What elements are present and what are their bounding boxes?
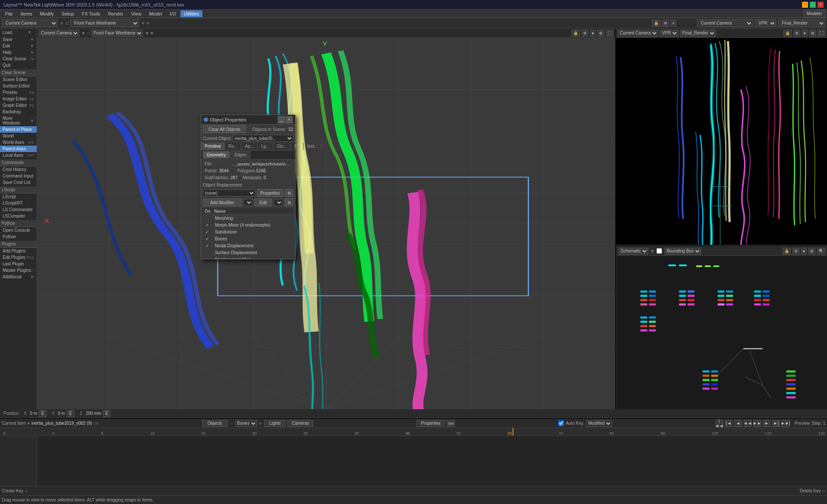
props-settings-btn[interactable]: ⚙: [285, 189, 293, 197]
render-final-select[interactable]: Final_Render: [680, 30, 716, 37]
subtab-geometry[interactable]: Geometry: [203, 151, 230, 159]
sidebar-item-surfaceeditor[interactable]: Surface Editor: [0, 83, 37, 89]
sidebar-item-lscriptrt[interactable]: LScript/RT: [0, 200, 37, 206]
vp-settings-btn[interactable]: ⚙: [662, 20, 669, 27]
menu-render[interactable]: Render: [104, 10, 127, 17]
vp-lock-btn[interactable]: 🔒: [652, 20, 660, 27]
play-reverse-btn[interactable]: ◄◄: [744, 420, 752, 427]
vp-more-btn[interactable]: ≡: [671, 20, 676, 27]
current-object-select[interactable]: inertia_plus_tube20...: [233, 135, 293, 142]
render-fullscreen-btn[interactable]: ⛶: [818, 30, 825, 37]
sidebar-item-imageeditor[interactable]: Image EditorF6: [0, 96, 37, 102]
sidebar-item-cmdhistory[interactable]: Cmd History: [0, 166, 37, 173]
menu-fxtools[interactable]: FX Tools: [78, 10, 104, 17]
subtab-edges[interactable]: Edges: [230, 151, 250, 159]
sidebar-item-localaxes[interactable]: Local Axes+F7: [0, 152, 37, 159]
bounding-box-select[interactable]: Bounding Box: [665, 248, 701, 255]
modeler-btn[interactable]: Modeler: [804, 10, 825, 18]
sidebar-item-grapheditor[interactable]: Graph EditorF2: [0, 102, 37, 109]
menu-file[interactable]: File: [2, 10, 16, 17]
sidebar-item-load[interactable]: Load ▼: [0, 28, 37, 36]
sidebar-item-masterplugins[interactable]: Master Plugins°: [0, 267, 37, 274]
sidebar-item-quit[interactable]: Quit: [0, 62, 37, 68]
menu-io[interactable]: I/O: [166, 10, 180, 17]
render-output-select[interactable]: Final_Render: [778, 19, 825, 27]
replacement-select[interactable]: (none): [203, 190, 255, 196]
skip-start-btn[interactable]: |◄◄: [715, 420, 723, 427]
schem-more-btn[interactable]: ●: [801, 248, 807, 255]
schem-settings-btn[interactable]: ⚙: [793, 248, 799, 255]
render-camera-select2[interactable]: Current Camera: [618, 30, 658, 37]
sidebar-item-sceneeditor[interactable]: Scene Editor: [0, 76, 37, 83]
sidebar-item-edit[interactable]: Edit ▼: [0, 43, 37, 49]
viewport-main[interactable]: Current Camera ▼ □ Front Face Wireframe …: [37, 28, 616, 409]
schem-zoom-btn[interactable]: ⊞: [808, 248, 815, 255]
track-area[interactable]: [37, 436, 827, 486]
modifier-settings-btn[interactable]: ⚙: [285, 199, 293, 206]
sidebar-item-addplugins[interactable]: Add Plugins: [0, 248, 37, 254]
dialog-close-btn[interactable]: ×: [286, 116, 292, 123]
maximize-btn[interactable]: □: [810, 2, 816, 8]
bones-select[interactable]: Bones: [235, 420, 257, 427]
sidebar-item-openconsole[interactable]: Open Console: [0, 227, 37, 233]
sidebar-item-savecmdlist[interactable]: Save Cmd List: [0, 179, 37, 186]
sidebar-item-save[interactable]: Save ▼: [0, 36, 37, 43]
bounding-box-check[interactable]: [656, 248, 662, 254]
sidebar-item-help[interactable]: Help ▼: [0, 49, 37, 56]
add-modifier-select[interactable]: [243, 199, 253, 206]
schem-search-btn[interactable]: 🔍: [817, 248, 825, 255]
viewport-schematic[interactable]: Schematic ▼ Bounding Box 🔒 ⚙ ● ⊞ 🔍: [616, 246, 827, 409]
schematic-mode-select[interactable]: Schematic: [619, 248, 648, 255]
lights-btn[interactable]: Lights: [264, 420, 286, 427]
viewport-canvas[interactable]: X Y: [37, 38, 615, 409]
menu-utilities[interactable]: Utilities: [180, 10, 202, 17]
autokey-check[interactable]: [558, 420, 564, 426]
tab-fx[interactable]: FX: [291, 143, 304, 150]
render-mode-select[interactable]: VPR: [755, 19, 776, 27]
main-vp-settings[interactable]: ⚙: [581, 30, 588, 37]
dialog-minimize-btn[interactable]: _: [278, 116, 285, 123]
tab-re[interactable]: Re...: [225, 143, 241, 150]
next-frame-btn[interactable]: ►: [763, 420, 771, 427]
sidebar-item-lscript[interactable]: LScript: [0, 193, 37, 200]
tab-ap[interactable]: Ap...: [241, 143, 258, 150]
render-lock-btn[interactable]: 🔒: [783, 30, 792, 37]
properties-btn[interactable]: Properties: [257, 189, 283, 197]
dialog-titlebar[interactable]: Object Properties _ ×: [201, 115, 295, 124]
play-btn[interactable]: ►►: [753, 420, 761, 427]
sidebar-item-lastplugin[interactable]: Last Plugin: [0, 261, 37, 267]
sidebar-item-commandinput[interactable]: Command Input: [0, 173, 37, 179]
sidebar-item-clearscene[interactable]: Clear Scene ^4: [0, 56, 37, 62]
sidebar-item-editplugins[interactable]: Edit Plugins°F11: [0, 254, 37, 261]
render-camera-select[interactable]: Current Camera: [697, 19, 753, 27]
pos-z-btn[interactable]: E: [103, 410, 111, 417]
sidebar-item-parentaxes[interactable]: Parent Axes+F6: [0, 146, 37, 152]
camera-select[interactable]: Current Camera: [2, 19, 58, 27]
add-modifier-btn[interactable]: Add Modifier: [203, 199, 242, 206]
prev-key-btn[interactable]: |◄: [725, 420, 733, 427]
tab-lg[interactable]: Lg...: [258, 143, 273, 150]
menu-view[interactable]: View: [127, 10, 145, 17]
properties-btn2[interactable]: Properties: [417, 420, 445, 427]
menu-model[interactable]: Model: [146, 10, 165, 17]
main-vp-zoom[interactable]: ⊞: [597, 30, 604, 37]
next-key-btn[interactable]: ►|: [772, 420, 780, 427]
pos-y-btn[interactable]: E: [67, 410, 75, 417]
sidebar-item-lscommander[interactable]: LS Commander: [0, 206, 37, 213]
timeline-tracks[interactable]: [0, 436, 827, 486]
menu-modify[interactable]: Modify: [37, 10, 57, 17]
tab-inst[interactable]: Inst...: [304, 143, 321, 150]
menu-setup[interactable]: Setup: [58, 10, 78, 17]
close-btn[interactable]: ×: [818, 2, 824, 8]
sidebar-item-world[interactable]: World: [0, 133, 37, 139]
modifier-options-select[interactable]: [274, 199, 283, 206]
objects-btn[interactable]: Objects: [202, 420, 228, 427]
view-mode-select[interactable]: Front Face Wireframe: [70, 19, 139, 27]
edit-modifier-btn[interactable]: Edit: [255, 199, 272, 206]
pos-x-btn[interactable]: E: [39, 410, 47, 417]
render-vpr-select[interactable]: VPR: [660, 30, 678, 37]
sidebar-item-additional[interactable]: Additional▼: [0, 274, 37, 280]
cameras-btn[interactable]: Cameras: [287, 420, 313, 427]
sidebar-item-lscompiler[interactable]: LSCompiler: [0, 213, 37, 219]
main-camera-select[interactable]: Current Camera: [39, 30, 79, 37]
